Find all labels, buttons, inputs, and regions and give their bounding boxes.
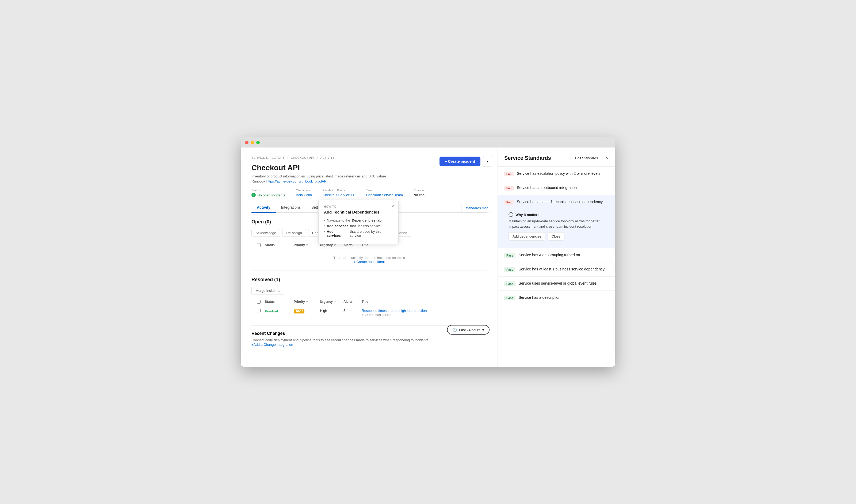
bottom-filter-bar: 🕐 Last 24 hours ▾ xyxy=(447,325,490,335)
status-label: Status xyxy=(252,189,285,192)
oncall-label: On-call now xyxy=(296,189,312,192)
standard-item-2[interactable]: Fail Service has an outbound integration xyxy=(498,181,615,195)
create-incident-link[interactable]: + Create an Incident xyxy=(353,260,385,264)
recent-changes-desc: Connect code deployment and pipeline too… xyxy=(252,338,487,342)
channel-value: No cha xyxy=(414,193,425,197)
rth-priority[interactable]: Priority ▽ xyxy=(294,300,318,304)
rth-urgency[interactable]: Urgency ▽ xyxy=(320,300,341,304)
add-dependencies-button[interactable]: Add dependencies xyxy=(509,232,545,240)
metadata-row: Status No open incidents On-call now Bel… xyxy=(252,189,487,197)
maximize-window-button[interactable] xyxy=(256,141,260,144)
edit-standards-button[interactable]: Edit Standards xyxy=(570,154,602,162)
tooltip-popup: HOW TO Add Technical Dependencies × Navi… xyxy=(318,200,398,244)
close-window-button[interactable] xyxy=(245,141,249,144)
breadcrumb-service-directory[interactable]: SERVICE DIRECTORY xyxy=(252,156,285,159)
status-value: No open incidents xyxy=(252,193,285,197)
badge-pass-1: Pass xyxy=(504,253,515,258)
breadcrumb-sep-2: > xyxy=(316,156,318,159)
tooltip-list: Navigate to the Dependencies tab Add ser… xyxy=(324,217,393,238)
urgency-cell: High xyxy=(320,309,341,313)
resolved-section-title: Resolved (1) xyxy=(252,277,487,283)
info-icon: i xyxy=(509,212,513,217)
standard-text-1: Service has escalation policy with 2 or … xyxy=(517,171,600,176)
dropdown-button[interactable]: ▾ xyxy=(483,156,492,167)
add-change-integration-link[interactable]: +Add a Change Integration xyxy=(252,343,293,347)
badge-pass-2: Pass xyxy=(504,267,515,272)
badge-fail-3: Fail xyxy=(504,200,514,205)
standard-item-3[interactable]: Fail Service has at least 1 technical se… xyxy=(498,195,615,248)
badge-pass-4: Pass xyxy=(504,295,515,300)
standard-item-6[interactable]: Pass Service uses service-level or globa… xyxy=(498,276,615,291)
titlebar xyxy=(241,137,615,147)
tab-integrations[interactable]: Integrations xyxy=(276,202,306,213)
time-filter-label: Last 24 hours xyxy=(459,328,480,332)
channel-label: Channe xyxy=(414,189,425,192)
resolved-merge-button[interactable]: Merge Incidents xyxy=(252,287,284,294)
why-actions: Add dependencies Close xyxy=(509,232,604,240)
runbook-link[interactable]: https://acme-dev.com/runbook_prodAPI xyxy=(267,179,327,183)
alerts-cell: 3 xyxy=(343,309,360,313)
runbook-label: Runbook xyxy=(252,179,267,183)
standards-header-right: Edit Standards × xyxy=(570,154,609,162)
acknowledge-button[interactable]: Acknowledge xyxy=(252,229,280,237)
standard-item-7[interactable]: Pass Service has a description xyxy=(498,291,615,305)
resolved-row-checkbox[interactable] xyxy=(257,309,260,312)
standard-item-4[interactable]: Pass Service has Alert Grouping turned o… xyxy=(498,248,615,263)
standard-text-2: Service has an outbound integration xyxy=(517,185,577,191)
incident-number: #12345678901111432 xyxy=(362,313,484,317)
ep-label: Escalation Policy xyxy=(323,189,356,192)
reassign-button[interactable]: Re-assign xyxy=(282,229,306,237)
standards-panel: Service Standards Edit Standards × Fail … xyxy=(498,147,615,367)
runbook-row: Runbook https://acme-dev.com/runbook_pro… xyxy=(252,179,487,183)
team-label: Team xyxy=(366,189,403,192)
standard-item-5[interactable]: Pass Service has at least 1 business ser… xyxy=(498,263,615,276)
standard-text-6: Service uses service-level or global eve… xyxy=(519,281,597,286)
tooltip-bold-3: Add services xyxy=(327,230,348,238)
resolved-status-badge: Resolved xyxy=(265,310,278,313)
badge-pass-3: Pass xyxy=(504,282,515,286)
rth-alerts: Alerts xyxy=(343,300,360,304)
minimize-window-button[interactable] xyxy=(251,141,254,144)
standards-close-button[interactable]: × xyxy=(605,156,609,161)
standards-header: Service Standards Edit Standards × xyxy=(498,147,615,167)
tab-activity[interactable]: Activity xyxy=(252,202,276,213)
rth-title: Title xyxy=(362,300,484,304)
tooltip-item-3: Add services that are used by this servi… xyxy=(324,229,393,238)
oncall-value[interactable]: Bela Cakó xyxy=(296,193,312,197)
incident-title-link[interactable]: Response times are too high in productio… xyxy=(362,309,484,313)
tooltip-item-2: Add services that use this service xyxy=(324,223,393,229)
badge-fail-2: Fail xyxy=(504,186,514,191)
page-description: Inventory of product information includi… xyxy=(252,174,487,178)
breadcrumb-checkout-api[interactable]: CHECKOUT API xyxy=(291,156,314,159)
open-empty-state: There are currently no open incidents on… xyxy=(252,249,487,270)
why-it-matters: i Why it matters Maintaining an up-to-da… xyxy=(504,209,609,244)
tooltip-bold-2: Add services xyxy=(327,224,348,228)
standards-title: Service Standards xyxy=(504,155,551,161)
standards-met-bar[interactable]: standards met xyxy=(461,204,492,213)
team-value[interactable]: Checkout Service Team xyxy=(366,193,403,197)
status-dot xyxy=(252,193,256,197)
time-filter-arrow: ▾ xyxy=(482,328,484,332)
th-status: Status xyxy=(265,243,292,247)
standard-item-1[interactable]: Fail Service has escalation policy with … xyxy=(498,167,615,181)
resolved-section: Resolved (1) Merge Incidents Status Prio… xyxy=(252,277,487,319)
open-select-all-checkbox[interactable] xyxy=(257,243,260,247)
why-text: Maintaining an up-to-date service topolo… xyxy=(509,219,604,229)
standard-text-4: Service has Alert Grouping turned on xyxy=(519,253,580,258)
resolved-select-all-checkbox[interactable] xyxy=(257,300,260,304)
ep-value[interactable]: Checkout Service EP xyxy=(323,193,356,197)
clock-icon: 🕐 xyxy=(452,328,457,332)
th-priority[interactable]: Priority ▽ xyxy=(294,243,318,247)
tooltip-how-to: HOW TO xyxy=(324,205,393,208)
time-filter-button[interactable]: 🕐 Last 24 hours ▾ xyxy=(447,325,490,335)
standard-text-5: Service has at least 1 business service … xyxy=(519,267,604,272)
why-title: i Why it matters xyxy=(509,212,604,217)
table-row: Resolved SEV-2 High 3 Response times are… xyxy=(252,306,487,319)
rth-status: Status xyxy=(265,300,292,304)
close-dependency-button[interactable]: Close xyxy=(548,232,564,240)
create-incident-button[interactable]: + Create incident xyxy=(440,157,480,166)
standard-text-7: Service has a description xyxy=(519,295,561,300)
tooltip-item-1: Navigate to the Dependencies tab xyxy=(324,217,393,223)
resolved-action-buttons: Merge Incidents xyxy=(252,287,487,294)
tooltip-close-button[interactable]: × xyxy=(392,203,395,209)
